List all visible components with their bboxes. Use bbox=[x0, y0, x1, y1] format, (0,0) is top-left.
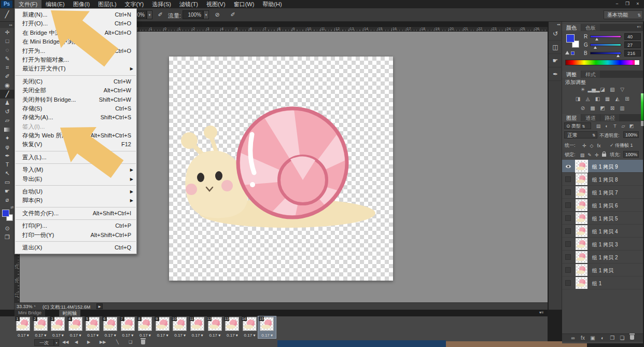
layers-tab[interactable]: 通道 bbox=[581, 114, 600, 121]
layer-row[interactable]: 组 1 拷贝 2 bbox=[562, 251, 643, 263]
animation-frame[interactable]: 140.17 ▾ bbox=[241, 316, 259, 338]
clone-stamp-tool[interactable]: ♟ bbox=[0, 99, 15, 107]
layer-row[interactable]: 组 1 拷贝 6 bbox=[562, 199, 643, 212]
layer-row[interactable]: 组 1 拷贝 8 bbox=[562, 173, 643, 186]
next-frame-button[interactable]: ▶▶ bbox=[100, 340, 106, 344]
color-tab[interactable]: 色板 bbox=[581, 24, 600, 31]
animation-frame[interactable]: 90.17 ▾ bbox=[154, 316, 172, 338]
menubar-item-type[interactable]: 文字(Y) bbox=[121, 0, 148, 9]
visibility-toggle[interactable] bbox=[565, 228, 571, 234]
new-group-icon[interactable]: ❒ bbox=[608, 335, 618, 341]
frame-duration[interactable]: 0.17 ▾ bbox=[241, 333, 259, 338]
frame-duration[interactable]: 0.17 ▾ bbox=[171, 333, 189, 338]
brush-presets-panel-icon[interactable]: ✒ bbox=[549, 67, 562, 81]
color-lookup-icon[interactable]: ⊞ bbox=[622, 95, 632, 103]
animation-frame[interactable]: 20.17 ▾ bbox=[32, 316, 50, 338]
layer-row[interactable]: 组 1 拷贝 5 bbox=[562, 212, 643, 225]
layer-filter-select[interactable]: ⊙ 类型 ⇅ bbox=[564, 122, 591, 129]
animation-frame[interactable]: 70.17 ▾ bbox=[119, 316, 137, 338]
animation-frame[interactable]: 60.17 ▾ bbox=[102, 316, 119, 338]
history-brush-tool[interactable]: ↺ bbox=[0, 107, 15, 116]
brightness-contrast-icon[interactable]: ☀ bbox=[578, 86, 588, 93]
gamut-swatch[interactable] bbox=[571, 51, 575, 55]
bottom-tab-timeline[interactable]: 时间轴 bbox=[59, 310, 80, 316]
file-menu-item[interactable]: 关闭全部Alt+Ctrl+W bbox=[15, 86, 136, 95]
animation-frame[interactable]: 100.17 ▾ bbox=[171, 316, 189, 338]
delete-frame-icon[interactable] bbox=[141, 340, 145, 345]
layer-row[interactable]: 组 1 拷贝 bbox=[562, 263, 643, 276]
shape-tool[interactable]: ▭ bbox=[0, 178, 15, 187]
photo-filter-icon[interactable]: ▦ bbox=[603, 95, 612, 103]
visibility-toggle[interactable] bbox=[565, 215, 571, 221]
menubar-item-filter[interactable]: 滤镜(T) bbox=[175, 0, 202, 9]
lock-position-icon[interactable]: ✛ bbox=[593, 152, 600, 158]
menubar-item-select[interactable]: 选择(S) bbox=[148, 0, 175, 9]
history-panel-icon[interactable]: ↺ bbox=[549, 27, 562, 40]
file-menu-item[interactable]: 关闭(C)Ctrl+W bbox=[15, 77, 136, 86]
white-swatch[interactable] bbox=[635, 60, 639, 65]
flow-value[interactable]: 100% bbox=[183, 10, 203, 19]
color-spectrum-ramp[interactable] bbox=[565, 60, 640, 65]
unify-style-icon[interactable]: fx bbox=[595, 143, 603, 148]
layer-thumbnail[interactable] bbox=[576, 264, 587, 276]
play-button[interactable]: ▶ bbox=[87, 340, 90, 344]
tablet-opacity-icon[interactable]: ✐ bbox=[156, 10, 165, 19]
animation-frame[interactable]: 10.17 ▾ bbox=[15, 316, 32, 338]
close-button[interactable]: × bbox=[633, 0, 643, 8]
timeline-panel-menu-icon[interactable]: ▾≡ bbox=[539, 310, 544, 315]
file-menu-item[interactable]: 关闭并转到 Bridge...Shift+Ctrl+W bbox=[15, 95, 136, 104]
visibility-toggle[interactable] bbox=[565, 202, 571, 208]
frame-duration[interactable]: 0.17 ▾ bbox=[84, 333, 102, 338]
lock-paint-icon[interactable]: ✎ bbox=[586, 152, 593, 158]
restore-button[interactable]: ❐ bbox=[622, 0, 633, 8]
crop-tool[interactable]: ⌗ bbox=[0, 63, 15, 72]
visibility-toggle[interactable] bbox=[565, 254, 571, 260]
filter-type-icon[interactable]: T bbox=[611, 123, 619, 129]
frame-duration[interactable]: 0.17 ▾ bbox=[136, 333, 154, 338]
gradient-tool[interactable] bbox=[0, 125, 15, 134]
screen-mode-button[interactable]: ❐ bbox=[0, 233, 15, 242]
file-menu-item[interactable]: 导出(E)▶ bbox=[15, 175, 136, 184]
brush-preset-picker[interactable]: ╱ bbox=[0, 8, 15, 21]
menubar-item-layer[interactable]: 图层(L) bbox=[94, 0, 120, 9]
filter-smart-icon[interactable]: ◩ bbox=[627, 123, 636, 129]
visibility-toggle[interactable] bbox=[565, 280, 571, 286]
lock-all-icon[interactable] bbox=[600, 152, 608, 158]
layer-style-icon[interactable]: fx bbox=[578, 335, 588, 341]
frame-duration[interactable]: 0.17 ▾ bbox=[154, 333, 172, 338]
filter-adjustment-icon[interactable]: ◐ bbox=[603, 123, 611, 129]
frame-duration[interactable]: 0.17 ▾ bbox=[67, 333, 85, 338]
eyedropper-tool[interactable]: ✐ bbox=[0, 72, 15, 81]
gamut-warning-icon[interactable] bbox=[565, 51, 569, 54]
quick-selection-tool[interactable]: ✎ bbox=[0, 54, 15, 63]
menubar-item-window[interactable]: 窗口(W) bbox=[230, 0, 259, 9]
properties-panel-icon[interactable]: ◫ bbox=[549, 40, 562, 54]
file-menu-item[interactable]: 打印一份(Y)Alt+Shift+Ctrl+P bbox=[15, 231, 136, 240]
delete-layer-icon[interactable] bbox=[627, 335, 637, 341]
animation-frame[interactable]: 50.17 ▾ bbox=[84, 316, 102, 338]
flow-dropdown-icon[interactable]: ▾ bbox=[203, 10, 209, 19]
visibility-toggle[interactable] bbox=[565, 267, 571, 273]
bottom-tab-mini-bridge[interactable]: Mini Bridge bbox=[15, 310, 45, 316]
invert-icon[interactable]: ⊘ bbox=[578, 104, 588, 112]
layer-thumbnail[interactable] bbox=[576, 160, 587, 172]
layer-row[interactable]: 组 1 拷贝 9 bbox=[562, 160, 643, 173]
menubar-item-view[interactable]: 视图(V) bbox=[202, 0, 230, 9]
exposure-icon[interactable]: ▧ bbox=[608, 86, 618, 93]
channel-value[interactable]: 40 bbox=[624, 33, 641, 40]
quick-mask-button[interactable]: ⊙ bbox=[0, 224, 15, 233]
menubar-item-file[interactable]: 文件(F) bbox=[15, 0, 41, 9]
toolbar-collapse-icon[interactable]: ▸▸ bbox=[0, 22, 14, 28]
slider-thumb-icon[interactable] bbox=[617, 54, 620, 57]
airbrush-icon[interactable]: ⊘ bbox=[213, 10, 222, 19]
actions-panel-icon[interactable]: ☛ bbox=[549, 54, 562, 67]
layer-thumbnail[interactable] bbox=[576, 238, 587, 250]
frame-duration[interactable]: 0.17 ▾ bbox=[206, 333, 224, 338]
channel-mixer-icon[interactable]: ◭ bbox=[612, 95, 622, 103]
layer-row[interactable]: 组 1 拷贝 4 bbox=[562, 225, 643, 238]
color-tab[interactable]: 颜色 bbox=[562, 24, 581, 31]
foreground-color-swatch[interactable] bbox=[2, 210, 9, 217]
minimize-button[interactable]: − bbox=[612, 0, 622, 8]
spot-healing-tool[interactable]: ◉ bbox=[0, 81, 15, 90]
pen-tool[interactable]: ✒ bbox=[0, 151, 15, 160]
